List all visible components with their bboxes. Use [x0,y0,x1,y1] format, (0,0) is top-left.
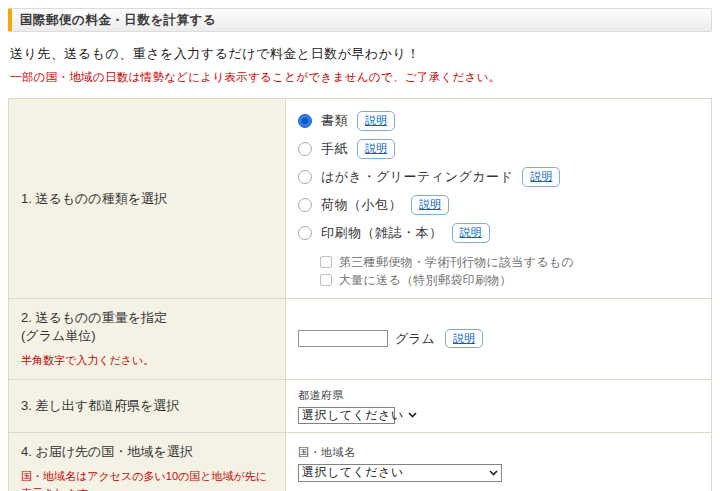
explain-button-letter[interactable]: 説明 [357,139,395,158]
explain-button-printed-matter[interactable]: 説明 [452,223,490,242]
weight-note: 半角数字で入力ください。 [21,352,273,369]
printed-matter-suboptions: 第三種郵便物・学術刊行物に該当するもの 大量に送る（特別郵袋印刷物） [320,252,699,290]
chevron-down-icon [408,412,417,418]
row-weight-label-cell: 2. 送るものの重量を指定 (グラム単位) 半角数字で入力ください。 [9,299,286,380]
calc-form-table: 1. 送るものの種類を選択 書類 説明 手紙 説明 はがき・グリーティングカード… [8,98,712,491]
radio-icon[interactable] [298,142,312,156]
row-item-type-input-cell: 書類 説明 手紙 説明 はがき・グリーティングカード 説明 荷物（小包） 説明 … [286,99,711,299]
checkbox-bulk-mailbag[interactable]: 大量に送る（特別郵袋印刷物） [320,272,699,288]
weight-label: 2. 送るものの重量を指定 (グラム単位) [21,309,273,344]
radio-option-parcel[interactable]: 荷物（小包） 説明 [298,194,699,216]
radio-icon[interactable] [298,226,312,240]
item-type-label: 1. 送るものの種類を選択 [21,190,273,208]
prefecture-select[interactable]: 選択してください [298,407,395,424]
weight-input[interactable] [298,330,388,347]
destination-label: 4. お届け先の国・地域を選択 [21,443,273,461]
radio-icon[interactable] [298,198,312,212]
row-destination-input-cell: 国・地域名 選択してください ※国・地域によって、お取扱い地域や郵便物の種類が制… [286,433,711,491]
radio-icon[interactable] [298,114,312,128]
explain-button-postcard[interactable]: 説明 [522,167,560,186]
intro-text: 送り先、送るもの、重さを入力するだけで料金と日数が早わかり！ [10,45,710,63]
prefecture-label: 3. 差し出す都道府県を選択 [21,397,273,415]
checkbox-third-class-mail[interactable]: 第三種郵便物・学術刊行物に該当するもの [320,254,699,270]
prefecture-select-label: 都道府県 [298,388,699,403]
explain-button-documents[interactable]: 説明 [357,111,395,130]
section-header: 国際郵便の料金・日数を計算する [8,8,712,32]
row-item-type-label-cell: 1. 送るものの種類を選択 [9,99,286,299]
checkbox-icon[interactable] [320,274,332,286]
row-prefecture-input-cell: 都道府県 選択してください [286,380,711,433]
notice-text: 一部の国・地域の日数は情勢などにより表示することができませんので、ご了承ください… [10,70,710,85]
radio-option-printed-matter[interactable]: 印刷物（雑誌・本） 説明 [298,222,699,244]
weight-unit-label: グラム [395,330,435,348]
radio-option-documents[interactable]: 書類 説明 [298,110,699,132]
destination-select-label: 国・地域名 [298,445,699,460]
row-prefecture-label-cell: 3. 差し出す都道府県を選択 [9,380,286,433]
radio-option-postcard[interactable]: はがき・グリーティングカード 説明 [298,166,699,188]
page-title: 国際郵便の料金・日数を計算する [12,12,216,29]
explain-button-parcel[interactable]: 説明 [411,195,449,214]
radio-option-letter[interactable]: 手紙 説明 [298,138,699,160]
destination-select[interactable]: 選択してください [298,464,502,482]
explain-button-weight[interactable]: 説明 [445,329,483,348]
chevron-down-icon [489,470,498,476]
checkbox-icon[interactable] [320,256,332,268]
row-weight-input-cell: グラム 説明 [286,299,711,380]
row-destination-label-cell: 4. お届け先の国・地域を選択 国・地域名はアクセスの多い10の国と地域が先に表… [9,433,286,491]
destination-note: 国・地域名はアクセスの多い10の国と地域が先に表示されます。 その他は50音順で… [21,468,273,491]
rate-calculator-page: 国際郵便の料金・日数を計算する 送り先、送るもの、重さを入力するだけで料金と日数… [0,8,720,491]
radio-icon[interactable] [298,170,312,184]
